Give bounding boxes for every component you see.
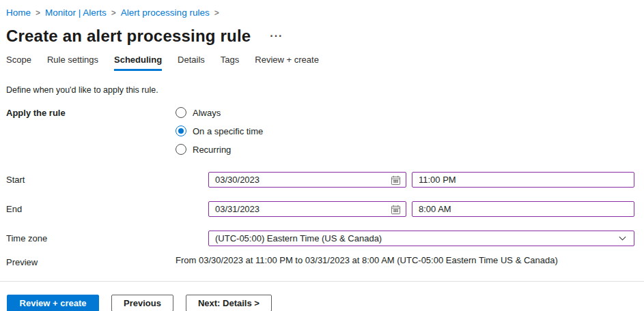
radio-icon — [176, 125, 186, 136]
end-label: End — [6, 204, 208, 214]
scheduling-description: Define when you'd like to apply this rul… — [6, 85, 635, 95]
apply-the-rule-row: Apply the rule Always On a specific time… — [6, 107, 635, 155]
time-zone-row: Time zone (UTC-05:00) Eastern Time (US &… — [6, 231, 635, 246]
page-header: Create an alert processing rule ··· — [6, 27, 635, 46]
end-date-value: 03/31/2023 — [215, 204, 260, 214]
start-label: Start — [6, 175, 208, 185]
preview-row: Preview From 03/30/2023 at 11:00 PM to 0… — [6, 255, 635, 267]
breadcrumb-alert-processing-rules[interactable]: Alert processing rules — [121, 8, 210, 18]
apply-the-rule-label: Apply the rule — [6, 107, 176, 118]
calendar-icon[interactable] — [391, 175, 401, 186]
footer-actions: Review + create Previous Next: Details > — [6, 295, 635, 311]
footer-divider — [0, 281, 644, 282]
apply-the-rule-radio-group: Always On a specific time Recurring — [176, 107, 263, 155]
time-zone-select[interactable]: (UTC-05:00) Eastern Time (US & Canada) — [208, 231, 634, 246]
end-row: End 03/31/2023 — [6, 201, 635, 217]
breadcrumb-separator: > — [36, 8, 40, 18]
next-details-button[interactable]: Next: Details > — [186, 295, 272, 311]
breadcrumb-separator: > — [111, 8, 116, 18]
breadcrumb-home[interactable]: Home — [6, 8, 31, 18]
end-date-input[interactable]: 03/31/2023 — [208, 201, 406, 217]
preview-label: Preview — [6, 255, 176, 267]
page-title: Create an alert processing rule — [6, 27, 251, 46]
start-time-value: 11:00 PM — [419, 175, 456, 185]
tab-rule-settings[interactable]: Rule settings — [47, 55, 98, 71]
create-alert-processing-rule-page: Home>Monitor | Alerts>Alert processing r… — [0, 0, 644, 311]
end-time-value: 8:00 AM — [419, 204, 451, 214]
end-time-input[interactable]: 8:00 AM — [412, 201, 634, 217]
review-create-button[interactable]: Review + create — [7, 295, 99, 311]
tab-review-create[interactable]: Review + create — [255, 55, 319, 71]
radio-option-label: Recurring — [193, 145, 231, 155]
previous-button[interactable]: Previous — [111, 295, 173, 311]
breadcrumb-monitor-alerts[interactable]: Monitor | Alerts — [45, 8, 107, 18]
breadcrumb-separator: > — [214, 8, 219, 18]
start-time-input[interactable]: 11:00 PM — [412, 172, 634, 188]
time-zone-label: Time zone — [6, 233, 208, 243]
radio-icon — [176, 144, 186, 155]
chevron-down-icon — [618, 234, 627, 243]
start-row: Start 03/30/2023 — [6, 172, 635, 188]
tab-scope[interactable]: Scope — [6, 55, 31, 71]
tab-bar: Scope Rule settings Scheduling Details T… — [6, 55, 635, 71]
tab-scheduling[interactable]: Scheduling — [114, 55, 162, 71]
tab-details[interactable]: Details — [178, 55, 205, 71]
start-date-input[interactable]: 03/30/2023 — [208, 172, 406, 188]
time-zone-value: (UTC-05:00) Eastern Time (US & Canada) — [215, 233, 382, 243]
tab-tags[interactable]: Tags — [221, 55, 239, 71]
radio-icon — [176, 107, 186, 118]
start-date-value: 03/30/2023 — [215, 175, 260, 185]
radio-option-on-a-specific-time[interactable]: On a specific time — [176, 125, 263, 136]
radio-option-label: On a specific time — [193, 126, 263, 136]
radio-option-always[interactable]: Always — [176, 107, 263, 118]
preview-value: From 03/30/2023 at 11:00 PM to 03/31/202… — [176, 255, 558, 265]
radio-option-recurring[interactable]: Recurring — [176, 144, 263, 155]
radio-option-label: Always — [193, 108, 221, 118]
more-menu-button[interactable]: ··· — [268, 30, 284, 42]
calendar-icon[interactable] — [391, 205, 401, 215]
breadcrumb: Home>Monitor | Alerts>Alert processing r… — [6, 7, 635, 19]
